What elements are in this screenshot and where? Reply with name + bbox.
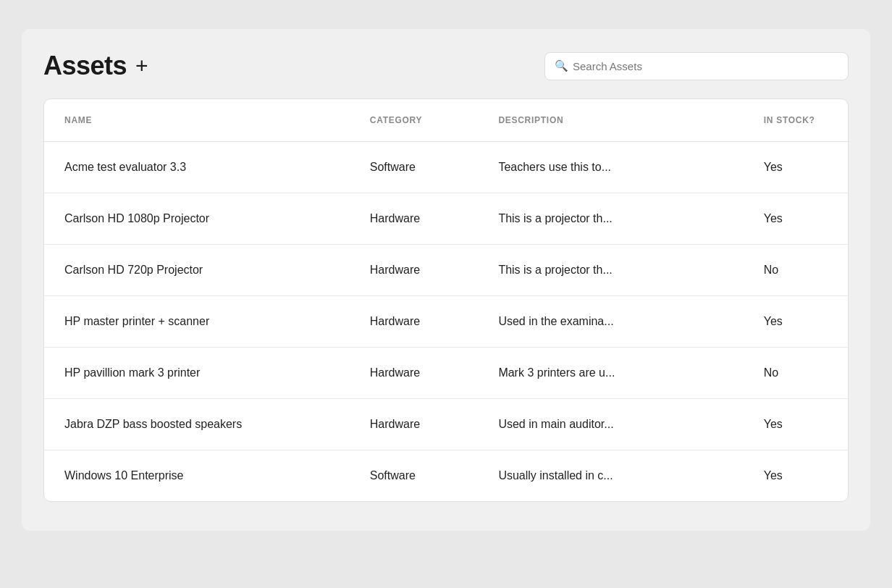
page-title: Assets xyxy=(43,51,127,81)
col-header-name: NAME xyxy=(44,99,350,142)
table-header-row: NAME CATEGORY DESCRIPTION IN STOCK? xyxy=(44,99,848,142)
table-row[interactable]: Carlson HD 1080p ProjectorHardwareThis i… xyxy=(44,193,848,245)
cell-category: Hardware xyxy=(350,245,479,296)
cell-category: Software xyxy=(350,142,479,193)
add-asset-button[interactable]: + xyxy=(132,55,151,77)
assets-table-wrapper: NAME CATEGORY DESCRIPTION IN STOCK? Acme… xyxy=(43,98,849,502)
table-row[interactable]: Carlson HD 720p ProjectorHardwareThis is… xyxy=(44,245,848,296)
cell-category: Software xyxy=(350,450,479,502)
cell-name: Windows 10 Enterprise xyxy=(44,450,350,502)
table-row[interactable]: Windows 10 EnterpriseSoftwareUsually ins… xyxy=(44,450,848,502)
cell-name: Jabra DZP bass boosted speakers xyxy=(44,399,350,450)
cell-instock: No xyxy=(744,245,848,296)
search-icon: 🔍 xyxy=(555,59,568,72)
col-header-category: CATEGORY xyxy=(350,99,479,142)
cell-name: Carlson HD 720p Projector xyxy=(44,245,350,296)
cell-instock: No xyxy=(744,348,848,399)
col-header-description: DESCRIPTION xyxy=(478,99,743,142)
cell-instock: Yes xyxy=(744,142,848,193)
table-row[interactable]: Jabra DZP bass boosted speakersHardwareU… xyxy=(44,399,848,450)
page-container: Assets + 🔍 NAME CATEGORY DESCRIPTION IN … xyxy=(22,29,870,531)
search-container: 🔍 xyxy=(544,52,849,80)
title-area: Assets + xyxy=(43,51,151,81)
cell-name: Acme test evaluator 3.3 xyxy=(44,142,350,193)
page-header: Assets + 🔍 xyxy=(43,51,849,81)
table-row[interactable]: HP master printer + scannerHardwareUsed … xyxy=(44,296,848,348)
cell-description: Used in the examina... xyxy=(478,296,743,348)
cell-name: Carlson HD 1080p Projector xyxy=(44,193,350,245)
cell-category: Hardware xyxy=(350,193,479,245)
table-row[interactable]: Acme test evaluator 3.3SoftwareTeachers … xyxy=(44,142,848,193)
cell-description: Usually installed in c... xyxy=(478,450,743,502)
table-row[interactable]: HP pavillion mark 3 printerHardwareMark … xyxy=(44,348,848,399)
cell-description: Used in main auditor... xyxy=(478,399,743,450)
assets-table: NAME CATEGORY DESCRIPTION IN STOCK? Acme… xyxy=(44,99,848,501)
cell-name: HP pavillion mark 3 printer xyxy=(44,348,350,399)
col-header-instock: IN STOCK? xyxy=(744,99,848,142)
cell-category: Hardware xyxy=(350,399,479,450)
cell-description: Mark 3 printers are u... xyxy=(478,348,743,399)
cell-name: HP master printer + scanner xyxy=(44,296,350,348)
cell-instock: Yes xyxy=(744,193,848,245)
search-input[interactable] xyxy=(544,52,849,80)
cell-instock: Yes xyxy=(744,399,848,450)
cell-instock: Yes xyxy=(744,450,848,502)
cell-category: Hardware xyxy=(350,348,479,399)
cell-instock: Yes xyxy=(744,296,848,348)
cell-category: Hardware xyxy=(350,296,479,348)
cell-description: Teachers use this to... xyxy=(478,142,743,193)
cell-description: This is a projector th... xyxy=(478,245,743,296)
cell-description: This is a projector th... xyxy=(478,193,743,245)
